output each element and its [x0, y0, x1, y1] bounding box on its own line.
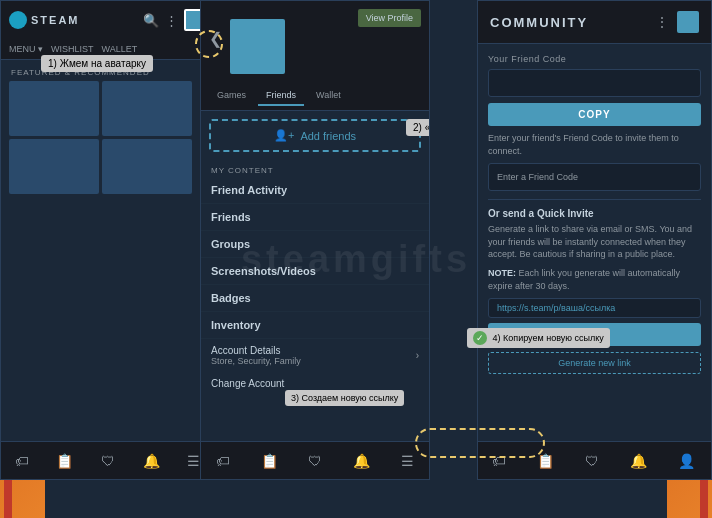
- avatar-highlight-circle: [195, 30, 223, 58]
- featured-item-2: [102, 81, 192, 136]
- menu-item-account[interactable]: Account Details Store, Security, Family …: [201, 339, 429, 372]
- generate-link-button[interactable]: Generate new link: [488, 352, 701, 374]
- steam-logo-text: STEAM: [31, 14, 80, 26]
- friend-code-label: Your Friend Code: [488, 54, 701, 64]
- account-sublabel: Store, Security, Family: [211, 356, 301, 366]
- menu-item-screenshots[interactable]: Screenshots/Videos: [201, 258, 429, 285]
- search-icon[interactable]: 🔍: [143, 13, 159, 28]
- nav-library-icon[interactable]: 📋: [56, 453, 73, 469]
- nav-menu-icon-2[interactable]: ☰: [401, 453, 414, 469]
- profile-avatar: [230, 19, 285, 74]
- featured-item-4: [102, 139, 192, 194]
- nav-shield-icon-2[interactable]: 🛡: [308, 453, 322, 469]
- left-content: FEATURED & RECOMMENDED: [1, 60, 214, 194]
- note-bold: NOTE:: [488, 268, 516, 278]
- nav-tag-icon-2[interactable]: 🏷: [216, 453, 230, 469]
- nav-bell-icon-2[interactable]: 🔔: [353, 453, 370, 469]
- nav-bell-icon-3[interactable]: 🔔: [630, 453, 647, 469]
- tab-wallet[interactable]: Wallet: [308, 86, 349, 106]
- add-friends-label: Add friends: [300, 130, 356, 142]
- my-content-label: MY CONTENT: [201, 160, 429, 177]
- menu-item-badges[interactable]: Badges: [201, 285, 429, 312]
- menu-item-groups[interactable]: Groups: [201, 231, 429, 258]
- steam-client-panel: STEAM 🔍 ⋮ MENU ▾ WISHLIST WALLET 1) Жмем…: [0, 0, 215, 480]
- nav-menu-icon[interactable]: ☰: [187, 453, 200, 469]
- nav-bell-icon[interactable]: 🔔: [143, 453, 160, 469]
- menu-item-friends[interactable]: Friends: [201, 204, 429, 231]
- header-icons: 🔍 ⋮: [143, 9, 206, 31]
- change-account-label: Change Account: [211, 378, 284, 389]
- menu-icon[interactable]: ⋮: [165, 13, 178, 28]
- profile-panel: ❮ View Profile 2) «Добавить друзей» Game…: [200, 0, 430, 480]
- community-panel: COMMUNITY ⋮ Your Friend Code COPY Enter …: [477, 0, 712, 480]
- menu-item-inventory[interactable]: Inventory: [201, 312, 429, 339]
- annotation-create-link: 3) Создаем новую ссылку: [285, 390, 404, 406]
- community-content: Your Friend Code COPY Enter your friend'…: [478, 44, 711, 442]
- enter-friend-code-input[interactable]: Enter a Friend Code: [488, 163, 701, 191]
- community-title: COMMUNITY: [490, 15, 588, 30]
- steam-icon: [9, 11, 27, 29]
- community-avatar[interactable]: [677, 11, 699, 33]
- tab-games[interactable]: Games: [209, 86, 254, 106]
- divider: [488, 199, 701, 200]
- copy-friend-code-button[interactable]: COPY: [488, 103, 701, 126]
- community-header: COMMUNITY ⋮: [478, 1, 711, 44]
- friend-code-hint: Enter your friend's Friend Code to invit…: [488, 132, 701, 157]
- quick-invite-title: Or send a Quick Invite: [488, 208, 701, 219]
- featured-item-3: [9, 139, 99, 194]
- community-menu-icon[interactable]: ⋮: [655, 14, 669, 30]
- nav-library-icon-3[interactable]: 📋: [537, 453, 554, 469]
- featured-items: [1, 81, 214, 194]
- add-person-icon: 👤+: [274, 129, 294, 142]
- nav-shield-icon-3[interactable]: 🛡: [585, 453, 599, 469]
- note-content: Each link you generate will automaticall…: [488, 268, 680, 291]
- community-header-right: ⋮: [655, 11, 699, 33]
- bottom-nav-middle: 🏷 📋 🛡 🔔 ☰: [201, 441, 429, 479]
- steam-logo: STEAM: [9, 11, 80, 29]
- profile-tabs: Games Friends Wallet: [201, 82, 429, 111]
- nav-person-icon-3[interactable]: 👤: [678, 453, 695, 469]
- annotation-click-avatar: 1) Жмем на аватарку: [41, 55, 153, 72]
- menu-list: Friend Activity Friends Groups Screensho…: [201, 177, 429, 339]
- menu-list-sub: Account Details Store, Security, Family …: [201, 339, 429, 395]
- featured-item-1: [9, 81, 99, 136]
- view-profile-button[interactable]: View Profile: [358, 9, 421, 27]
- nav-shield-icon[interactable]: 🛡: [101, 453, 115, 469]
- account-label: Account Details: [211, 345, 301, 356]
- arrow-icon: ›: [416, 350, 419, 361]
- nav-tag-icon[interactable]: 🏷: [15, 453, 29, 469]
- annotation-copy-link: ✓ 4) Копируем новую ссылку: [467, 328, 610, 348]
- steam-header: STEAM 🔍 ⋮: [1, 1, 214, 39]
- invite-link-display: https://s.team/p/ваша/ссылка: [488, 298, 701, 318]
- generate-link-highlight: [415, 428, 545, 458]
- friend-code-display: [488, 69, 701, 97]
- profile-header: ❮ View Profile: [201, 1, 429, 82]
- enter-code-placeholder: Enter a Friend Code: [497, 172, 578, 182]
- check-icon: ✓: [473, 331, 487, 345]
- add-friends-button[interactable]: 👤+ Add friends: [209, 119, 421, 152]
- nav-library-icon-2[interactable]: 📋: [261, 453, 278, 469]
- tab-friends[interactable]: Friends: [258, 86, 304, 106]
- quick-invite-description: Generate a link to share via email or SM…: [488, 223, 701, 261]
- bottom-nav-left: 🏷 📋 🛡 🔔 ☰: [1, 441, 214, 479]
- annotation-4-text: 4) Копируем новую ссылку: [493, 333, 604, 343]
- annotation-add-friends: 2) «Добавить друзей»: [406, 119, 430, 136]
- note-text: NOTE: Each link you generate will automa…: [488, 267, 701, 292]
- menu-item-friend-activity[interactable]: Friend Activity: [201, 177, 429, 204]
